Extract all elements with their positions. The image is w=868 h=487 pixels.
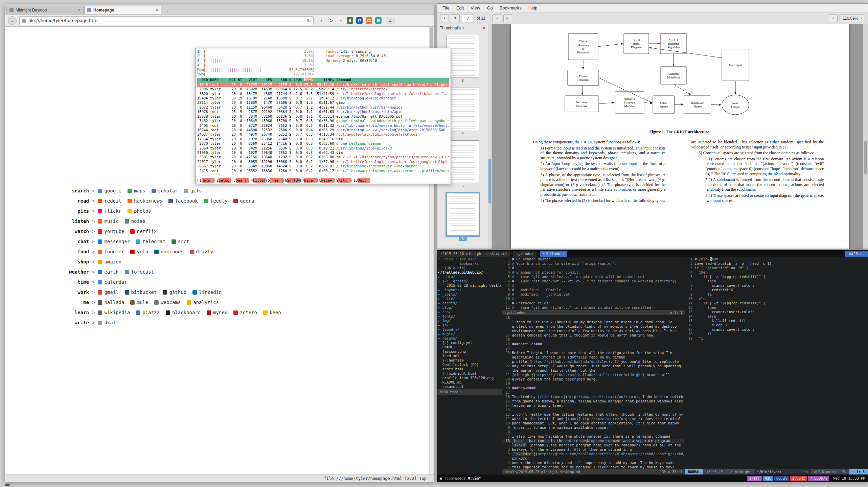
fkey-filter[interactable]: F4Filter — [249, 178, 266, 183]
menu-icon[interactable]: ≡ — [386, 17, 394, 24]
link-earth[interactable]: earth — [98, 269, 118, 275]
link-webcams[interactable]: webcams — [154, 300, 181, 305]
tree-item[interactable]: ▸ blog/ — [438, 305, 501, 310]
fkey-tree[interactable]: F5Tree — [266, 178, 283, 183]
fkey-quit[interactable]: F10Quit — [351, 178, 370, 183]
tree-item[interactable]: resume.pdf — [438, 385, 501, 389]
link-dominoes[interactable]: dominoes — [154, 249, 183, 254]
tree-item[interactable]: [✓]_config.yml — [438, 341, 501, 345]
link-drizly[interactable]: drizly — [190, 249, 213, 254]
link-keep[interactable]: keep — [263, 310, 281, 315]
tree-item[interactable]: ----------Bookmarks---------- — [438, 261, 501, 266]
link-blackboard[interactable]: blackboard — [166, 310, 201, 315]
tree-item[interactable]: ▸ css/ — [438, 310, 501, 314]
link-maps[interactable]: maps — [128, 188, 145, 193]
script-buffer[interactable]: 1#!/bin/bash2inverted=$(xcalib -a -p | h… — [685, 257, 868, 469]
buffer-tab[interactable]: .g/index — [513, 251, 536, 257]
link-amazon[interactable]: amazon — [98, 259, 121, 264]
link-gifs[interactable]: gifs — [184, 188, 202, 193]
page-thumbnail-6[interactable]: 6 — [446, 193, 479, 241]
nerdtree-pane[interactable]: " Press ? for help----------Bookmarks---… — [437, 257, 502, 474]
tree-item[interactable]: ▸ laundry/ — [438, 327, 501, 332]
link-forecast[interactable]: forecast — [125, 269, 154, 275]
history-back-button[interactable]: ◀ — [493, 14, 501, 22]
link-flickr[interactable]: flickr — [98, 208, 121, 214]
link-gmail[interactable]: gmail — [98, 289, 118, 295]
previous-page-button[interactable]: ▲ — [440, 14, 449, 22]
fkey-setup[interactable]: F2Setup — [214, 178, 232, 183]
page-number-input[interactable]: 7 — [462, 15, 474, 22]
tree-item[interactable]: ▸ js/ — [438, 323, 501, 327]
tree-item[interactable]: ▸ _data/ — [438, 275, 501, 279]
link-linkedin[interactable]: linkedin — [192, 289, 222, 295]
tree-item[interactable]: </thallada.github.io/ — [438, 270, 501, 275]
url-bar[interactable]: file:///home/tyler/homepage.html ↻ — [19, 16, 314, 25]
link-noise[interactable]: noise — [125, 218, 145, 224]
nerdtree-file-list[interactable]: " Press ? for help----------Bookmarks---… — [437, 257, 502, 389]
tree-item[interactable]: index.html — [438, 367, 501, 371]
tree-item[interactable]: Gemfile.lock [RO] — [438, 363, 501, 367]
new-tab-button[interactable]: + — [163, 7, 172, 14]
tree-item[interactable]: ▸ _layouts/ — [438, 288, 501, 292]
link-analytics[interactable]: analytics — [187, 300, 219, 305]
next-page-button[interactable]: ▼ — [451, 14, 460, 22]
menu-item-file[interactable]: File — [439, 4, 453, 11]
link-quora[interactable]: quora — [233, 198, 254, 204]
fkey-search[interactable]: F3Search — [231, 178, 249, 183]
tree-item[interactable]: ▸ _posts/ — [438, 292, 501, 297]
htop-table-header[interactable]: PID USER PRI NI VIRT RES SHR S CPU% MEM%… — [197, 78, 449, 82]
sidebar-scrollbar[interactable] — [488, 24, 492, 249]
link-hallada[interactable]: hallada — [98, 300, 124, 305]
link-messenger[interactable]: messenger — [98, 239, 130, 244]
link-myneu[interactable]: myneu — [207, 310, 227, 315]
link-telegram[interactable]: telegram — [136, 239, 165, 244]
zoom-select[interactable]: 116.89% ▾ — [840, 14, 865, 22]
page-thumbnail-4[interactable]: 4 — [446, 88, 479, 135]
desktop-workspace-indicator[interactable] — [5, 484, 9, 486]
browser-tab[interactable]: Midnight Desktop✕ — [6, 6, 84, 14]
tree-item[interactable]: feed.xml — [438, 354, 501, 358]
download-icon[interactable]: ↓ — [318, 17, 325, 24]
selection-tool-icon[interactable]: ⌖ — [829, 14, 838, 22]
tab-close-icon[interactable]: ✕ — [155, 8, 158, 13]
link-facebook[interactable]: facebook — [168, 198, 198, 204]
link-mule[interactable]: mule — [130, 300, 148, 305]
script-pane[interactable]: 1#!/bin/bash2inverted=$(xcalib -a -p | h… — [685, 257, 868, 474]
tree-item[interactable]: favicon.png — [438, 349, 501, 354]
fkey-kill[interactable]: F9Kill — [334, 178, 351, 183]
sidebar-close-icon[interactable]: ✕ — [482, 26, 485, 30]
browser-tab[interactable]: Homepage✕ — [84, 6, 161, 14]
link-netflix[interactable]: netflix — [130, 229, 157, 234]
link-github[interactable]: github — [163, 289, 186, 295]
pentadactyl-icon[interactable]: P — [356, 17, 363, 24]
tree-item[interactable]: ▸ resume/ — [438, 336, 501, 341]
link-draft[interactable]: draft — [98, 320, 118, 325]
history-icon[interactable]: ↻ — [328, 17, 334, 24]
link-calendar[interactable]: calendar — [98, 279, 127, 285]
tree-item[interactable]: ▸ img/ — [438, 319, 501, 323]
tree-item[interactable]: CNAME — [438, 345, 501, 349]
tree-item[interactable]: ▾ [✓] _drafts/ — [438, 279, 501, 283]
tree-item[interactable]: ▸ fonts/ — [438, 314, 501, 319]
link-piazza[interactable]: piazza — [136, 310, 160, 315]
menu-item-go[interactable]: Go — [484, 4, 496, 11]
page-thumbnail-5[interactable]: 5 — [446, 140, 479, 188]
tree-item[interactable]: ▸ assets/ — [438, 301, 501, 305]
link-bitbucket[interactable]: bitbucket — [125, 289, 157, 295]
link-music[interactable]: music — [98, 218, 118, 224]
tree-item[interactable]: ▸ magic/ — [438, 332, 501, 336]
tree-item[interactable]: [✓]midnight.html — [438, 371, 501, 376]
git-status-pane[interactable]: 1# On branch master2# Your branch is up-… — [502, 257, 685, 310]
tmux-window-name[interactable]: 0:vim* — [468, 476, 481, 481]
tree-item[interactable]: README.md — [438, 380, 501, 385]
link-srct[interactable]: srct — [172, 239, 189, 244]
reload-icon[interactable]: ↻ — [307, 18, 311, 23]
terminal-window[interactable]: /2015-05-28-midnight-desktop.md›.g/index… — [437, 250, 868, 482]
link-zotero[interactable]: zotero — [233, 310, 257, 315]
link-foodler[interactable]: foodler — [98, 249, 124, 254]
tree-item[interactable]: 2015-05-28-midnight-deskto — [438, 283, 501, 288]
menu-item-bookmarks[interactable]: Bookmarks — [497, 4, 525, 11]
clock-icon[interactable]: ◔ — [337, 17, 344, 24]
thumbnails-header[interactable]: Thumbnails ▾ ✕ — [437, 24, 488, 32]
tree-item[interactable]: .. (up a dir) — [438, 266, 501, 270]
